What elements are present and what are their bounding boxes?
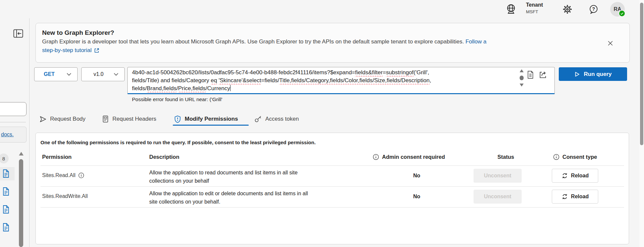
banner-description: Graph Explorer is a developer tool that … — [42, 38, 486, 45]
document-icon — [102, 115, 109, 123]
permission-description: Allow the application to read documents … — [149, 168, 297, 185]
url-error-message: Possible error found in URL near: ('Gril… — [132, 96, 222, 102]
badge-count: 8 — [2, 156, 5, 161]
description-line: collections on your behalf — [149, 177, 297, 185]
table-divider — [40, 186, 624, 187]
window-scrollbar-thumb[interactable] — [640, 3, 643, 145]
column-header-consent-type: Consent type — [553, 154, 597, 160]
sync-icon — [561, 193, 568, 200]
sidebar-divider — [29, 18, 30, 247]
http-method-dropdown[interactable]: GET — [34, 67, 78, 81]
text-cursor — [230, 85, 231, 91]
collapse-sidebar-button[interactable] — [13, 29, 23, 38]
graph-explorer-app: Tenant MSFT ? RA — [0, 0, 644, 247]
sidebar-sample-query-icon[interactable] — [2, 169, 10, 178]
results-count-badge: 8 — [0, 154, 9, 163]
query-url-line: 4b40-ac1d-5004262bc620/lists/0adfac95-5c… — [132, 69, 517, 77]
reload-label: Reload — [571, 173, 589, 179]
column-header-admin-consent: Admin consent required — [373, 154, 445, 160]
help-button[interactable]: ? — [589, 5, 598, 14]
tab-access-token[interactable]: Access token — [254, 114, 299, 124]
tutorial-link-line: step-by-step tutorial — [42, 47, 99, 54]
copy-url-button[interactable] — [527, 71, 534, 79]
chevron-down-icon — [114, 73, 118, 76]
sidebar-search-input[interactable] — [0, 102, 27, 116]
reload-button[interactable]: Reload — [552, 169, 598, 183]
play-icon — [574, 71, 580, 77]
banner-title: New to Graph Explorer? — [42, 29, 114, 36]
api-version-dropdown[interactable]: v1.0 — [81, 67, 125, 81]
reload-label: Reload — [571, 194, 589, 200]
docs-link[interactable]: docs. — [1, 132, 14, 138]
banner-close-button[interactable] — [607, 40, 614, 47]
column-header-description: Description — [149, 154, 179, 160]
permissions-intro: One of the following permissions is requ… — [40, 140, 316, 145]
url-scroll-up-arrow[interactable] — [520, 69, 524, 72]
permission-description: Allow the application to edit or delete … — [149, 189, 308, 206]
tab-label: Request Body — [50, 116, 86, 122]
active-tab-underline — [173, 125, 249, 126]
admin-consent-value: No — [413, 194, 420, 200]
signed-in-check-icon — [618, 10, 625, 17]
shield-icon — [174, 115, 181, 123]
info-icon[interactable] — [553, 154, 559, 160]
column-header-status: Status — [497, 154, 514, 160]
sidebar-scroll-up-arrow[interactable] — [19, 152, 24, 155]
chevron-down-icon — [67, 73, 71, 76]
api-version-value: v1.0 — [94, 71, 103, 77]
description-line: Allow the application to read documents … — [149, 168, 297, 177]
unconsent-button[interactable]: Unconsent — [474, 190, 522, 204]
tab-label: Modify Permissions — [185, 116, 238, 122]
tenant-label: Tenant — [526, 2, 543, 8]
table-divider — [40, 207, 624, 208]
top-bar — [0, 0, 644, 18]
tenant-name: MSFT — [526, 9, 538, 14]
description-line: site collections on your behalf. — [149, 198, 308, 206]
permission-name-text: Sites.Read.All — [42, 172, 76, 178]
sidebar-docs-card: docs. — [0, 127, 27, 143]
avatar[interactable]: RA — [610, 2, 625, 17]
tutorial-link-part1[interactable]: Follow a — [466, 38, 486, 45]
tab-label: Request Headers — [112, 116, 156, 122]
key-icon — [254, 115, 262, 123]
info-icon[interactable] — [373, 154, 379, 160]
external-link-icon — [94, 48, 99, 53]
info-icon[interactable] — [78, 172, 84, 178]
sidebar-sample-query-icon[interactable] — [2, 187, 10, 196]
tab-modify-permissions[interactable]: Modify Permissions — [174, 114, 238, 124]
tab-label: Access token — [265, 116, 299, 122]
permissions-panel — [35, 133, 629, 244]
permission-name: Sites.ReadWrite.All — [42, 193, 88, 199]
sync-icon — [561, 172, 568, 179]
tab-request-headers[interactable]: Request Headers — [102, 114, 156, 124]
permission-name-text: Sites.ReadWrite.All — [42, 193, 88, 199]
admin-consent-value: No — [413, 173, 420, 179]
url-scroll-down-arrow[interactable] — [520, 84, 524, 87]
http-method-value: GET — [44, 71, 55, 77]
header-label: Admin consent required — [382, 154, 445, 160]
run-query-button[interactable]: Run query — [559, 67, 627, 81]
query-url-line: fields/Title) and fields/Category eq 'Sk… — [132, 77, 517, 85]
settings-button[interactable] — [562, 4, 572, 14]
description-line: Allow the application to edit or delete … — [149, 189, 308, 198]
run-query-label: Run query — [584, 71, 612, 78]
column-header-permission: Permission — [42, 154, 72, 160]
sidebar-sample-query-icon[interactable] — [2, 223, 10, 232]
share-query-button[interactable] — [539, 70, 547, 79]
banner-description-text: Graph Explorer is a developer tool that … — [42, 38, 464, 45]
url-scrollbar-thumb[interactable] — [520, 76, 524, 80]
tab-request-body[interactable]: Request Body — [39, 114, 86, 124]
header-label: Consent type — [562, 154, 597, 160]
reload-button[interactable]: Reload — [552, 190, 598, 204]
permission-name: Sites.Read.All — [42, 172, 84, 178]
sidebar-scrollbar-thumb[interactable] — [19, 159, 23, 247]
send-icon — [39, 116, 46, 123]
sidebar-sample-query-icon[interactable] — [2, 205, 10, 214]
svg-text:?: ? — [592, 6, 595, 12]
tutorial-link-part2[interactable]: step-by-step tutorial — [42, 47, 92, 54]
sidebar-divider-line — [0, 122, 26, 122]
tenant-globe-icon — [505, 3, 517, 15]
unconsent-button[interactable]: Unconsent — [474, 169, 522, 183]
query-url-line: fields/Brand,fields/Price,fields/Currenc… — [132, 85, 517, 93]
query-url-text: 4b40-ac1d-5004262bc620/lists/0adfac95-5c… — [132, 69, 517, 93]
